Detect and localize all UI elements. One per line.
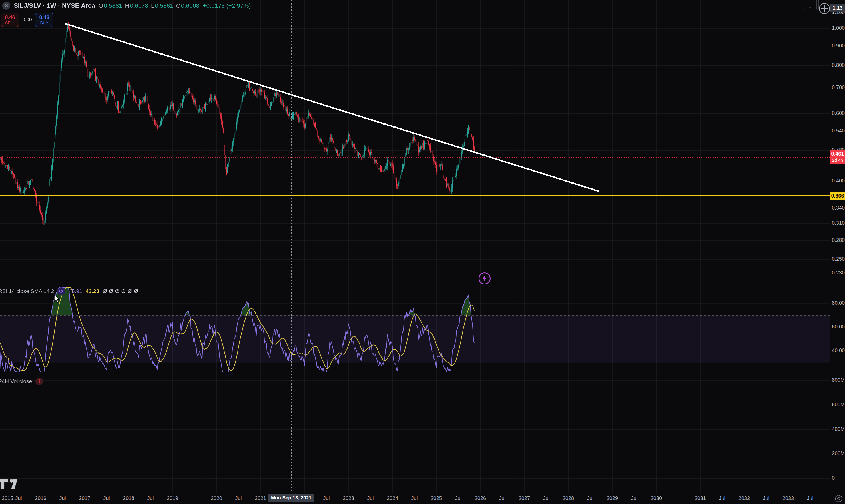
time-tick: 2030 bbox=[643, 496, 669, 501]
time-axis[interactable]: Mon Sep 13, 2021 2015Jul2016Jul2017Jul20… bbox=[0, 492, 845, 504]
symbol-legend: S SILJ/SLV · 1W · NYSE Arca O0.5881H0.60… bbox=[2, 2, 251, 10]
lightning-bolt-glyph bbox=[482, 275, 487, 282]
ohlc-value: 0.5881 bbox=[104, 2, 122, 9]
order-panel: 0.46 SELL 0.00 0.46 BUY bbox=[1, 13, 53, 27]
price-tick: 0.600 bbox=[832, 110, 845, 116]
buy-label: BUY bbox=[40, 21, 49, 25]
volume-tick: 0 bbox=[832, 475, 835, 481]
volume-tick: 200M bbox=[832, 451, 845, 456]
support-price-label: 0.366 bbox=[830, 192, 845, 200]
lightning-icon[interactable] bbox=[479, 272, 491, 284]
warning-icon[interactable]: ! bbox=[35, 378, 43, 385]
price-axis[interactable]: 1.13 0.461 2d 4h 0.366 1.2001.1001.0000.… bbox=[830, 0, 845, 492]
price-tick: 1.000 bbox=[832, 25, 845, 31]
rsi-tick: 60.00 bbox=[832, 324, 845, 330]
volume-legend: 24H Vol close ! bbox=[0, 378, 43, 385]
buy-button[interactable]: 0.46 BUY bbox=[35, 13, 53, 27]
price-tick: 0.280 bbox=[832, 237, 845, 243]
rsi-empty-values: ØØØØØØ bbox=[103, 288, 140, 294]
last-price-label: 0.461 2d 4h bbox=[830, 150, 845, 164]
empty-value-placeholder: Ø bbox=[115, 288, 119, 294]
ohlc-value: 0.6008 bbox=[181, 2, 199, 9]
price-tick: 0.230 bbox=[832, 270, 845, 276]
buy-price: 0.46 bbox=[39, 15, 49, 21]
ohlc-key: O bbox=[98, 2, 103, 9]
volume-tick: 800M bbox=[832, 377, 845, 383]
trading-chart-app: S SILJ/SLV · 1W · NYSE Arca O0.5881H0.60… bbox=[0, 0, 845, 504]
ohlc-key: H bbox=[125, 2, 129, 9]
rsi-sma-value: 43.23 bbox=[86, 288, 100, 294]
support-line-drawing[interactable] bbox=[0, 195, 830, 196]
crosshair-target-icon[interactable] bbox=[819, 3, 830, 14]
refresh-icon[interactable]: ⟳ bbox=[57, 287, 65, 295]
price-tick: 0.900 bbox=[832, 43, 845, 49]
rsi-legend: RSI 14 close SMA 14 2 ⟳ 45.91 43.23 ØØØØ… bbox=[0, 287, 140, 295]
ohlc-values: O0.5881H0.6078L0.5861C0.6008 bbox=[98, 2, 199, 9]
volume-tick: 400M bbox=[832, 426, 845, 432]
price-tick: 0.340 bbox=[832, 205, 845, 211]
volume-legend-text[interactable]: 24H Vol close bbox=[0, 378, 32, 385]
price-tick: 0.310 bbox=[832, 220, 845, 226]
ohlc-value: 0.6078 bbox=[130, 2, 148, 9]
rsi-legend-text[interactable]: RSI 14 close SMA 14 2 bbox=[0, 288, 54, 294]
empty-value-placeholder: Ø bbox=[109, 288, 113, 294]
chart-canvas[interactable] bbox=[0, 0, 845, 504]
empty-value-placeholder: Ø bbox=[121, 288, 126, 294]
time-tick: 2019 bbox=[160, 496, 185, 501]
empty-value-placeholder: Ø bbox=[134, 288, 138, 294]
crosshair-date-label: Mon Sep 13, 2021 bbox=[268, 494, 314, 502]
volume-tick: 600M bbox=[832, 402, 845, 408]
price-tick: 0.250 bbox=[832, 256, 845, 262]
spread-value: 0.00 bbox=[19, 17, 35, 22]
empty-value-placeholder: Ø bbox=[128, 288, 132, 294]
pane-separator-rsi[interactable] bbox=[0, 286, 845, 286]
change-value: +0.0173 (+2.97%) bbox=[203, 2, 251, 9]
rsi-tick: 80.00 bbox=[832, 300, 845, 306]
last-price-value: 0.461 bbox=[830, 150, 845, 158]
sell-button[interactable]: 0.46 SELL bbox=[1, 13, 19, 27]
ohlc-item: C0.6008 bbox=[176, 2, 199, 9]
download-icon: ↓ bbox=[808, 1, 812, 11]
time-tick: Jul bbox=[797, 496, 823, 501]
ohlc-item: O0.5881 bbox=[98, 2, 122, 9]
price-tick: 0.400 bbox=[832, 178, 845, 184]
last-price-dotted-line bbox=[0, 157, 830, 158]
empty-value-placeholder: Ø bbox=[103, 288, 107, 294]
sell-price: 0.46 bbox=[5, 15, 15, 21]
rsi-value: 45.91 bbox=[69, 288, 82, 294]
ohlc-key: C bbox=[176, 2, 180, 9]
settings-heptagon-icon[interactable] bbox=[834, 494, 843, 503]
mouse-cursor bbox=[54, 295, 61, 303]
rsi-tick: 40.00 bbox=[832, 347, 845, 354]
chart-title[interactable]: SILJ/SLV · 1W · NYSE Arca bbox=[14, 2, 95, 10]
ohlc-item: H0.6078 bbox=[125, 2, 148, 9]
price-tick: 1.200 bbox=[832, 0, 845, 1]
pane-separator-volume[interactable] bbox=[0, 374, 845, 374]
ohlc-item: L0.5861 bbox=[151, 2, 173, 9]
symbol-logo-icon: S bbox=[2, 2, 10, 10]
price-tick: 0.700 bbox=[832, 85, 845, 91]
ohlc-key: L bbox=[151, 2, 155, 9]
sell-label: SELL bbox=[5, 21, 15, 25]
ohlc-value: 0.5861 bbox=[155, 2, 173, 9]
tradingview-logo[interactable] bbox=[0, 476, 21, 490]
bar-countdown: 2d 4h bbox=[830, 158, 845, 163]
price-tick: 0.540 bbox=[832, 128, 845, 134]
download-button[interactable]: ↓ bbox=[803, 0, 817, 12]
price-tick: 0.800 bbox=[832, 62, 845, 68]
